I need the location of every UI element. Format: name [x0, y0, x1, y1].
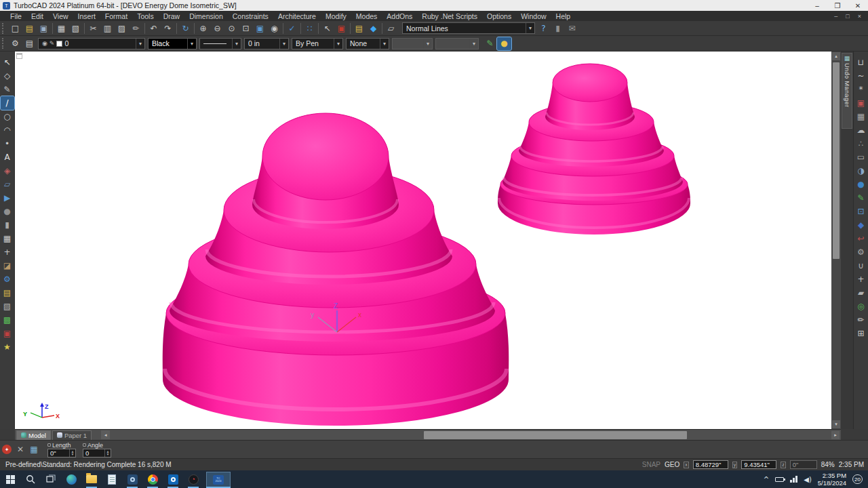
- zoom-printed-size-button[interactable]: ◉: [267, 22, 281, 35]
- angle-input[interactable]: 0 ▲▼: [83, 449, 111, 458]
- tab-paper-1[interactable]: Paper 1: [52, 430, 92, 440]
- zoom-window-button[interactable]: ⊡: [239, 22, 253, 35]
- z-coordinate-input[interactable]: 0": [790, 460, 817, 469]
- print-button[interactable]: ▦: [54, 22, 68, 35]
- grid-snap-button[interactable]: ∷: [302, 22, 317, 35]
- layer-manager-button[interactable]: ▤: [22, 37, 37, 50]
- chevron-down-icon[interactable]: ▾: [279, 39, 288, 49]
- eraser-tool[interactable]: ◪: [1, 259, 14, 272]
- grid-table-tool[interactable]: ▦: [1, 232, 14, 245]
- search-button[interactable]: [20, 470, 41, 488]
- toolbar-grip[interactable]: [2, 23, 6, 34]
- annotation-tool[interactable]: ▣: [1, 327, 14, 340]
- pattern-combo[interactable]: None ▾: [346, 38, 389, 49]
- select-tool[interactable]: ↖: [1, 56, 14, 69]
- pen-combo[interactable]: By Pen ▾: [292, 38, 343, 49]
- extract-geometry-tool[interactable]: ▣: [854, 96, 868, 110]
- taskbar-app-snipping-tool[interactable]: [122, 470, 142, 488]
- child-minimize-button[interactable]: –: [834, 13, 837, 20]
- render-material-button[interactable]: ●: [497, 37, 511, 50]
- sketch-plus-tool[interactable]: ✏: [854, 313, 868, 327]
- zoom-out-button[interactable]: ⊖: [210, 22, 224, 35]
- taskbar-app-outlook[interactable]: [163, 470, 183, 488]
- vertical-scrollbar[interactable]: ▴ ▾: [831, 52, 841, 429]
- tab-scroll-left-icon[interactable]: ◂: [101, 430, 110, 439]
- screw-tool[interactable]: *: [854, 83, 868, 96]
- menu-view[interactable]: View: [48, 12, 73, 20]
- tray-chevron-icon[interactable]: ^: [764, 476, 769, 483]
- menu-draw[interactable]: Draw: [159, 12, 185, 20]
- save-button[interactable]: ▣: [37, 22, 51, 35]
- magic-wand-tool[interactable]: ★: [1, 340, 14, 354]
- calculator-grid-button[interactable]: ▦: [27, 443, 41, 456]
- circle-tool[interactable]: ○: [1, 110, 14, 123]
- scroll-up-icon[interactable]: ▴: [832, 52, 840, 60]
- task-view-button[interactable]: [41, 470, 61, 488]
- speaker-icon[interactable]: ◀): [804, 476, 812, 483]
- linestyle-combo[interactable]: ▾: [199, 38, 241, 49]
- menu-modify[interactable]: Modify: [321, 12, 351, 20]
- geo-indicator[interactable]: GEO: [665, 461, 679, 468]
- copy-button[interactable]: ▥: [100, 22, 115, 35]
- magic-point-button[interactable]: ✦: [0, 443, 14, 456]
- context-help-button[interactable]: ?: [536, 22, 551, 35]
- y-coordinate-input[interactable]: 9.43541": [741, 460, 776, 469]
- taskbar-app-edge[interactable]: [61, 470, 81, 488]
- menu-dimension[interactable]: Dimension: [184, 12, 228, 20]
- pick-color-tool[interactable]: ▩: [1, 313, 14, 327]
- layer-combo[interactable]: ◉ ✎ 0 ▾: [38, 38, 145, 49]
- color-combo[interactable]: Black ▾: [148, 38, 197, 49]
- camera-tool[interactable]: ▦: [854, 110, 868, 123]
- point-tool[interactable]: •: [1, 137, 14, 150]
- zoom-extents-button[interactable]: ▣: [253, 22, 267, 35]
- render-settings-button[interactable]: ▣: [334, 22, 349, 35]
- subtract-solid-tool[interactable]: ◑: [854, 164, 868, 178]
- network-icon[interactable]: [790, 476, 797, 483]
- menu-constraints[interactable]: Constraints: [228, 12, 273, 20]
- settings-gear-button[interactable]: ⚙: [8, 37, 22, 50]
- horizontal-scroll-thumb[interactable]: [424, 431, 687, 439]
- menu-addons[interactable]: AddOns: [382, 12, 417, 20]
- vertical-scroll-thumb[interactable]: [833, 62, 840, 259]
- model-3d-button[interactable]: ◆: [366, 22, 380, 35]
- zoom-in-button[interactable]: ⊕: [196, 22, 210, 35]
- node-edit-tool[interactable]: ◇: [1, 69, 14, 83]
- taskbar-app-chrome[interactable]: [142, 470, 163, 488]
- pattern-dots-tool[interactable]: ∴: [854, 137, 868, 150]
- copy-objects-tool[interactable]: ▧: [1, 300, 14, 313]
- child-restore-button[interactable]: □: [846, 13, 849, 20]
- viewport-tool[interactable]: ⊡: [854, 205, 868, 218]
- arc-tool[interactable]: ◠: [1, 123, 14, 137]
- drafting-palette-button[interactable]: ▤: [352, 22, 366, 35]
- chevron-down-icon[interactable]: ▾: [136, 39, 144, 49]
- paste-button[interactable]: ▨: [115, 22, 129, 35]
- length-input[interactable]: 0" ▲▼: [47, 449, 76, 458]
- select-frame-tool[interactable]: ⊞: [854, 327, 868, 340]
- cancel-entry-button[interactable]: ✕: [14, 443, 27, 456]
- spellcheck-button[interactable]: ✓: [285, 22, 299, 35]
- cylinder-tool[interactable]: ▮: [1, 218, 14, 232]
- taskbar-clock[interactable]: 2:35 PM 5/18/2024: [818, 472, 846, 487]
- drawing-canvas[interactable]: Z x y Z X Y: [15, 52, 831, 429]
- minimize-button[interactable]: –: [807, 0, 827, 11]
- cloud-tool[interactable]: ☁: [854, 123, 868, 137]
- plane-tool[interactable]: ▭: [854, 150, 868, 164]
- style-combo[interactable]: Normal Lines ▾: [402, 22, 535, 34]
- battery-icon[interactable]: [775, 477, 784, 482]
- text-tool[interactable]: A: [1, 150, 14, 164]
- x-coordinate-input[interactable]: 8.48729": [693, 460, 728, 469]
- tab-model[interactable]: Model: [16, 430, 51, 440]
- facet-tool[interactable]: ◆: [854, 218, 868, 232]
- u-profile-tool[interactable]: ⊔: [854, 56, 868, 69]
- linewidth-combo[interactable]: 0 in ▾: [244, 38, 289, 49]
- folders-tool[interactable]: ▤: [1, 286, 14, 300]
- shape-tool[interactable]: ▱: [1, 178, 14, 191]
- print-preview-button[interactable]: ▧: [68, 22, 83, 35]
- redraw-button[interactable]: ↻: [178, 22, 193, 35]
- child-close-button[interactable]: ×: [858, 13, 861, 20]
- view-3d-tool[interactable]: ▶: [1, 191, 14, 205]
- lock-icon[interactable]: [47, 443, 51, 447]
- new-view-button[interactable]: ▱: [384, 22, 398, 35]
- length-spinner[interactable]: ▲▼: [69, 449, 75, 457]
- lock-icon[interactable]: [83, 443, 86, 447]
